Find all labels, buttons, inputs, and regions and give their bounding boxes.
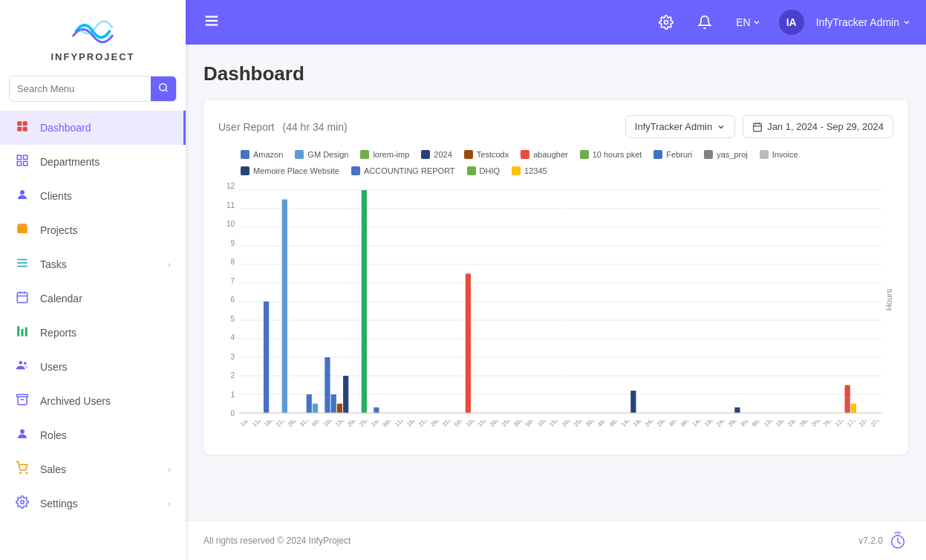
y-axis: 1211109876543210	[218, 183, 239, 440]
sidebar: INFYPROJECT Dashboard Departments Cl	[0, 0, 186, 560]
legend-label: Memoire Place Website	[253, 166, 339, 175]
card-title: User Report (44 hr 34 min)	[218, 119, 348, 134]
card-header: User Report (44 hr 34 min) InfyTracker A…	[218, 115, 893, 138]
y-tick: 9	[230, 240, 235, 247]
y-tick: 0	[230, 410, 235, 417]
sidebar-item-archived-users[interactable]: Archived Users	[0, 384, 186, 418]
settings-topbar-button[interactable]	[653, 12, 679, 33]
app-name: INFYPROJECT	[50, 51, 134, 62]
menu-search[interactable]	[9, 76, 177, 102]
user-filter-dropdown[interactable]: InfyTracker Admin	[625, 115, 735, 138]
sidebar-item-clients[interactable]: Clients	[0, 179, 186, 213]
user-menu[interactable]: InfyTracker Admin	[816, 16, 911, 28]
svg-rect-20	[25, 328, 27, 336]
search-icon	[158, 82, 169, 93]
legend-item: Memoire Place Website	[241, 166, 339, 175]
y-tick: 8	[230, 258, 235, 266]
main-content: Dashboard User Report (44 hr 34 min) Inf…	[186, 45, 926, 521]
sidebar-item-label: Dashboard	[40, 122, 91, 134]
sidebar-item-label: Projects	[40, 224, 78, 236]
language-selector[interactable]: EN	[730, 13, 766, 31]
legend-label: yas_proj	[717, 150, 748, 159]
legend-dot	[295, 150, 304, 159]
sidebar-item-users[interactable]: Users	[0, 350, 186, 384]
archived-users-icon	[15, 393, 30, 409]
svg-point-10	[20, 190, 25, 195]
legend-label: 10 hours pket	[593, 150, 642, 159]
svg-point-22	[24, 362, 27, 365]
legend-dot	[521, 150, 529, 159]
version-area: v7.2.0	[858, 530, 908, 551]
card-controls: InfyTracker Admin Jan 1, 2024 - Sep 29, …	[625, 115, 893, 138]
legend-dot	[467, 166, 476, 175]
date-range-picker[interactable]: Jan 1, 2024 - Sep 29, 2024	[743, 115, 893, 138]
search-input[interactable]	[10, 77, 151, 100]
legend-item: GM Design	[295, 150, 348, 159]
y-tick: 2	[230, 372, 235, 380]
sidebar-item-label: Users	[40, 361, 68, 373]
legend-label: Amazon	[253, 150, 283, 159]
sidebar-item-projects[interactable]: Projects	[0, 213, 186, 247]
sidebar-item-departments[interactable]: Departments	[0, 145, 186, 179]
sidebar-item-roles[interactable]: Roles	[0, 418, 186, 452]
svg-line-1	[166, 90, 168, 92]
user-chevron-down-icon	[902, 18, 911, 27]
menu-toggle-button[interactable]	[200, 10, 223, 36]
settings-chevron: ›	[168, 499, 171, 508]
search-button[interactable]	[151, 76, 176, 101]
sidebar-item-reports[interactable]: Reports	[0, 316, 186, 350]
legend-label: GM Design	[307, 150, 348, 159]
sidebar-item-settings[interactable]: Settings ›	[0, 486, 186, 521]
svg-rect-14	[17, 293, 27, 303]
calendar-icon	[15, 290, 30, 307]
tasks-chevron: ›	[168, 260, 171, 269]
chevron-down-icon	[752, 18, 761, 27]
svg-rect-23	[17, 394, 28, 397]
legend-item: 10 hours pket	[580, 150, 642, 159]
svg-rect-18	[17, 326, 19, 336]
svg-rect-3	[23, 121, 27, 126]
sidebar-item-sales[interactable]: Sales ›	[0, 452, 186, 486]
legend-dot	[580, 150, 589, 159]
copyright-text: All rights reserved © 2024 InfyProject	[203, 535, 350, 546]
chart-area: 1st Jan11th Jan16th Jan21st Jan26th Jan3…	[239, 183, 881, 440]
sidebar-item-label: Clients	[40, 190, 72, 202]
legend-label: DHIQ	[480, 166, 501, 175]
legend-item: 12345	[512, 166, 547, 175]
svg-point-25	[20, 429, 25, 434]
dropdown-chevron-icon	[717, 123, 726, 131]
y-tick: 11	[226, 202, 235, 209]
footer: All rights reserved © 2024 InfyProject v…	[186, 521, 926, 560]
legend-item: Amazon	[241, 150, 283, 159]
sidebar-item-dashboard[interactable]: Dashboard	[0, 111, 186, 145]
legend-item: Februri	[653, 150, 692, 159]
reports-icon	[15, 325, 30, 341]
legend-item: Invoice	[760, 150, 798, 159]
svg-line-39	[898, 541, 901, 544]
y-tick: 7	[230, 278, 235, 285]
sidebar-item-calendar[interactable]: Calendar	[0, 281, 186, 316]
legend-dot	[653, 150, 662, 159]
sidebar-item-label: Sales	[40, 463, 66, 475]
user-avatar: IA	[779, 10, 804, 35]
notifications-button[interactable]	[691, 12, 718, 33]
topbar: EN IA InfyTracker Admin	[186, 0, 926, 45]
legend-item: Testcodx	[464, 150, 509, 159]
legend-item: lorem-imp	[360, 150, 409, 159]
svg-rect-2	[17, 121, 22, 126]
legend-dot	[241, 166, 250, 175]
svg-point-32	[665, 21, 668, 25]
sidebar-item-label: Archived Users	[40, 395, 111, 407]
y-tick: 1	[230, 391, 235, 399]
main-area: EN IA InfyTracker Admin Dashboard User R…	[186, 0, 926, 560]
sidebar-item-label: Tasks	[40, 258, 67, 270]
legend-dot	[464, 150, 473, 159]
legend-label: abaugher	[533, 150, 568, 159]
legend-dot	[360, 150, 369, 159]
svg-point-26	[20, 472, 22, 474]
roles-icon	[15, 427, 30, 443]
card-title-area: User Report (44 hr 34 min)	[218, 119, 348, 134]
sidebar-item-label: Departments	[40, 156, 100, 168]
sidebar-item-tasks[interactable]: Tasks ›	[0, 247, 186, 281]
sidebar-nav: Dashboard Departments Clients Projects T…	[0, 111, 186, 521]
